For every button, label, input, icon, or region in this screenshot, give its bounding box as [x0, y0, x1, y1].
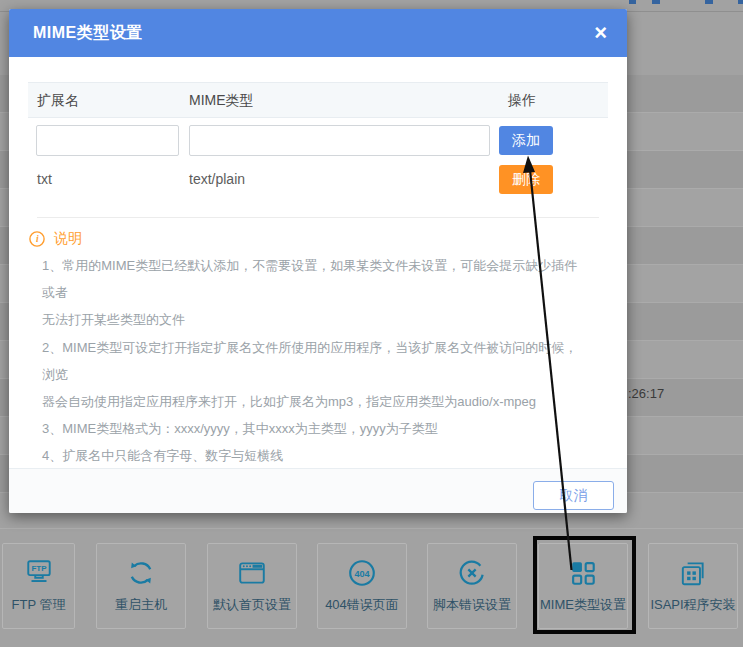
background-button-fragment: [629, 0, 636, 4]
dialog-title: MIME类型设置: [33, 23, 143, 44]
isapi-stack-icon: [678, 558, 708, 588]
404-circle-icon: 404: [347, 558, 377, 588]
close-icon[interactable]: ×: [594, 22, 607, 44]
tile-label: 脚本错误设置: [433, 596, 511, 614]
tile-label: 404错误页面: [325, 596, 399, 614]
note-line: 4、扩展名中只能含有字母、数字与短横线: [42, 442, 582, 469]
browser-window-icon: [237, 558, 267, 588]
tile-isapi-install[interactable]: ISAPI程序安装: [648, 543, 738, 629]
delete-button[interactable]: 删除: [499, 165, 553, 194]
note-line: 1、常用的MIME类型已经默认添加，不需要设置，如果某类文件未设置，可能会提示缺…: [42, 252, 582, 306]
tile-ftp-manage[interactable]: FTP FTP 管理: [2, 543, 75, 629]
svg-text:FTP: FTP: [31, 564, 47, 573]
background-button-fragment: [705, 0, 713, 4]
tile-mime-type-settings[interactable]: MIME类型设置: [538, 543, 628, 629]
mime-settings-dialog: MIME类型设置 × 扩展名 MIME类型 操作 添加 txt text/pla…: [9, 9, 627, 513]
restart-arrows-icon: [126, 558, 156, 588]
notes-list: 1、常用的MIME类型已经默认添加，不需要设置，如果某类文件未设置，可能会提示缺…: [42, 252, 582, 497]
dialog-header: MIME类型设置 ×: [9, 9, 627, 57]
tile-restart-host[interactable]: 重启主机: [96, 543, 186, 629]
note-line: 器会自动使用指定应用程序来打开，比如扩展名为mp3，指定应用类型为audio/x…: [42, 388, 582, 415]
table-header-row: 扩展名 MIME类型 操作: [28, 82, 608, 118]
tile-label: 重启主机: [115, 596, 167, 614]
tile-script-error[interactable]: 脚本错误设置: [427, 543, 517, 629]
cancel-button[interactable]: 取消: [533, 481, 614, 510]
dialog-footer: 取消: [9, 468, 627, 513]
notes-title: 说明: [54, 230, 82, 248]
error-circle-x-icon: [457, 558, 487, 588]
background-button-fragment: [652, 0, 660, 4]
column-header-action: 操作: [508, 83, 536, 117]
tile-label: FTP 管理: [12, 596, 66, 614]
tile-label: 默认首页设置: [213, 596, 291, 614]
mime-squares-icon: [568, 558, 598, 588]
svg-text:i: i: [36, 234, 39, 244]
background-button-fragment: [738, 0, 743, 4]
mime-type-input[interactable]: [189, 125, 490, 156]
background-divider: [0, 528, 743, 529]
tile-label: ISAPI程序安装: [650, 596, 735, 614]
column-header-mime-type: MIME类型: [189, 83, 254, 117]
ftp-monitor-icon: FTP: [24, 558, 54, 588]
timestamp-fragment: :26:17: [628, 386, 664, 401]
notes-header: i 说明: [29, 230, 82, 248]
add-button[interactable]: 添加: [499, 126, 553, 155]
note-line: 无法打开某些类型的文件: [42, 306, 582, 333]
row-extension-value: txt: [37, 171, 52, 187]
tile-default-index[interactable]: 默认首页设置: [207, 543, 297, 629]
note-line: 3、MIME类型格式为：xxxx/yyyy，其中xxxx为主类型，yyyy为子类…: [42, 415, 582, 442]
mime-table-row: txt text/plain 删除: [9, 161, 627, 201]
note-line: 2、MIME类型可设定打开指定扩展名文件所使用的应用程序，当该扩展名文件被访问的…: [42, 334, 582, 388]
extension-input[interactable]: [36, 125, 179, 156]
tile-label: MIME类型设置: [540, 596, 626, 614]
section-divider: [37, 217, 599, 218]
info-icon: i: [29, 231, 45, 247]
tile-404-error-page[interactable]: 404 404错误页面: [317, 543, 407, 629]
svg-text:404: 404: [354, 569, 370, 579]
row-mime-value: text/plain: [189, 171, 245, 187]
column-header-extension: 扩展名: [37, 83, 79, 117]
